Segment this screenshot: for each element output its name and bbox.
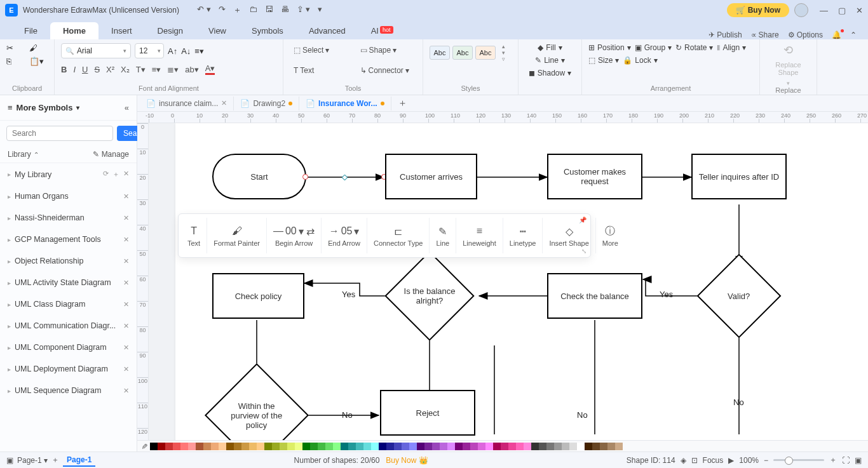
strike-button[interactable]: S [94, 65, 100, 74]
workspace[interactable]: document.write(Array.from({length:16},(_… [137, 123, 868, 440]
color-swatch[interactable] [356, 443, 363, 450]
text-style-icon[interactable]: T▾ [136, 65, 146, 74]
canvas-page[interactable]: Start Customer arrives Customer makes re… [175, 123, 868, 440]
color-swatch[interactable] [577, 443, 585, 450]
line-button[interactable]: ✎ Line▾ [535, 56, 565, 65]
paste-icon[interactable]: 📋▾ [29, 57, 48, 66]
layers-icon[interactable]: ◈ [681, 456, 686, 465]
add-icon[interactable]: ＋ [112, 170, 119, 179]
color-swatch[interactable] [264, 443, 272, 450]
style-preset-2[interactable]: Abc [452, 46, 473, 60]
remove-icon[interactable]: ✕ [123, 236, 129, 244]
color-swatch[interactable] [592, 443, 600, 450]
color-swatch[interactable] [272, 443, 280, 450]
add-page-button[interactable]: ＋ [51, 455, 59, 465]
ft-line-button[interactable]: ✎Line [430, 218, 456, 253]
color-swatch[interactable] [150, 443, 158, 450]
ft-text-button[interactable]: TText [181, 218, 207, 253]
color-swatch[interactable] [348, 443, 356, 450]
fill-button[interactable]: ◆ Fill▾ [538, 43, 562, 52]
font-color-icon[interactable]: A▾ [205, 64, 215, 75]
align-button[interactable]: ⫴ Align▾ [717, 43, 746, 52]
pin-icon[interactable]: 📌 [579, 217, 587, 224]
close-tab-icon[interactable]: ✕ [221, 99, 227, 107]
color-swatch[interactable] [158, 443, 165, 450]
remove-icon[interactable]: ✕ [123, 387, 129, 395]
zoom-slider[interactable] [773, 459, 824, 461]
ft-lineweight-button[interactable]: ≡Lineweight [456, 218, 503, 253]
position-button[interactable]: ⊞ Position▾ [588, 43, 631, 52]
zoom-level[interactable]: 100% [739, 456, 759, 465]
connector-node-icon[interactable] [302, 174, 308, 180]
size-button[interactable]: ⬚ Size▾ [588, 56, 619, 65]
open-icon[interactable]: 🗀 [249, 4, 257, 16]
color-swatch[interactable] [539, 443, 546, 450]
color-swatch[interactable] [371, 443, 379, 450]
sidebar-collapse-icon[interactable]: « [125, 103, 129, 112]
color-swatch[interactable] [318, 443, 325, 450]
text-tool[interactable]: T Text [290, 64, 350, 77]
styles-scroll-up-icon[interactable]: ▴ [502, 43, 505, 50]
color-swatch[interactable] [447, 443, 455, 450]
color-swatch[interactable] [424, 443, 432, 450]
connector-tool[interactable]: ↳ Connector▾ [356, 64, 417, 77]
remove-icon[interactable]: ✕ [123, 365, 129, 373]
process-shape[interactable]: Reject [380, 390, 475, 436]
color-swatch[interactable] [280, 443, 287, 450]
color-swatch[interactable] [173, 443, 180, 450]
color-swatch[interactable] [287, 443, 295, 450]
ft-begin-arrow-button[interactable]: — 00 ▾ ⇄Begin Arrow [267, 218, 322, 253]
replace-shape-icon[interactable]: ⟲ [783, 43, 793, 57]
style-preset-1[interactable]: Abc [430, 46, 450, 60]
library-item[interactable]: Human Organs✕ [0, 185, 137, 207]
decrease-font-icon[interactable]: A↓ [181, 46, 191, 56]
tab-home[interactable]: Home [50, 22, 98, 39]
ft-connector-type-button[interactable]: ⊏Connector Type [367, 218, 430, 253]
remove-icon[interactable]: ✕ [123, 300, 129, 309]
page-tab[interactable]: Page-1 [63, 454, 95, 467]
remove-icon[interactable]: ✕ [123, 214, 129, 222]
color-swatch[interactable] [524, 443, 531, 450]
increase-font-icon[interactable]: A↑ [168, 46, 177, 56]
color-swatch[interactable] [203, 443, 211, 450]
color-swatch[interactable] [234, 443, 241, 450]
text-case-icon[interactable]: ab▾ [185, 65, 198, 74]
presentation-icon[interactable]: ▶ [728, 456, 734, 465]
color-swatch[interactable] [470, 443, 478, 450]
buy-now-button[interactable]: 🛒 Buy Now [727, 3, 789, 17]
underline-button[interactable]: U [82, 65, 88, 74]
share-button[interactable]: ∝ Share [751, 30, 779, 39]
library-item[interactable]: UML Component Diagram✕ [0, 337, 137, 358]
tab-symbols[interactable]: Symbols [239, 22, 296, 39]
color-swatch[interactable] [325, 443, 333, 450]
color-swatch[interactable] [493, 443, 501, 450]
library-item[interactable]: UML Communication Diagr...✕ [0, 315, 137, 337]
start-shape[interactable]: Start [212, 154, 306, 199]
expand-icon[interactable]: ⤡ [581, 248, 587, 255]
ft-insert-shape-button[interactable]: ◇Insert Shape [543, 218, 595, 253]
status-buy-now-button[interactable]: Buy Now 👑 [386, 456, 428, 465]
zoom-out-button[interactable]: − [764, 456, 768, 465]
manage-edit-icon[interactable]: ✎ [93, 150, 99, 159]
styles-scroll-down-icon[interactable]: ▾ [502, 50, 505, 56]
decision-shape[interactable]: Is the balance alright? [384, 251, 474, 340]
library-item[interactable]: Nassi-Shneiderman✕ [0, 207, 137, 229]
color-swatch[interactable] [485, 443, 493, 450]
focus-area-icon[interactable]: ⊡ [691, 456, 698, 465]
tab-view[interactable]: View [196, 22, 239, 39]
color-swatch[interactable] [546, 443, 554, 450]
color-swatch[interactable] [432, 443, 440, 450]
style-preset-3[interactable]: Abc [475, 46, 496, 60]
color-swatch[interactable] [363, 443, 371, 450]
color-swatch[interactable] [607, 443, 615, 450]
document-tab-active[interactable]: 📄 Insurance Wor... [299, 97, 391, 110]
align-menu-icon[interactable]: ≡▾ [194, 46, 204, 56]
user-avatar[interactable] [794, 3, 808, 17]
bold-button[interactable]: B [61, 65, 67, 74]
remove-icon[interactable]: ✕ [123, 344, 129, 352]
list-icon[interactable]: ≣▾ [167, 65, 179, 74]
ft-format-painter-button[interactable]: 🖌Format Painter [207, 218, 267, 253]
color-swatch[interactable] [417, 443, 424, 450]
ft-more-button[interactable]: ⓘMore [596, 218, 625, 253]
export-icon[interactable]: ⇪ ▾ [297, 4, 311, 16]
